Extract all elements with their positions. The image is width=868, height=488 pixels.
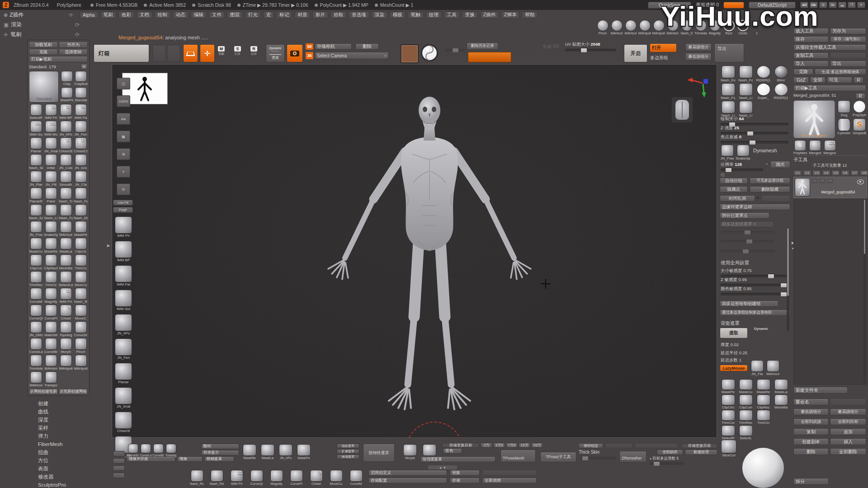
menu-item[interactable]: 宏 bbox=[263, 11, 274, 19]
subtool-list-item[interactable]: Merged_gugesuti54 bbox=[793, 177, 867, 198]
brush-subsection-item[interactable]: 修改器 bbox=[38, 473, 92, 481]
brush-item[interactable]: Clay bbox=[60, 71, 74, 87]
tool-name-slider[interactable]: Merged_gugesuti54. 51 bbox=[793, 93, 854, 99]
brush-item[interactable]: SelectLa bbox=[59, 271, 73, 287]
brush-subsection-item[interactable]: 曲线 bbox=[38, 408, 92, 416]
poly-count-button[interactable]: 2万 bbox=[481, 443, 492, 448]
tray-mini-button[interactable] bbox=[113, 451, 125, 456]
menu-item[interactable]: 纹理 bbox=[426, 11, 442, 19]
brush-item[interactable]: JN_Snal bbox=[113, 387, 134, 409]
brush-item[interactable]: JN_Pow bbox=[720, 145, 735, 161]
menu-item[interactable]: 编辑 bbox=[191, 11, 207, 19]
brush-item[interactable]: TrimCu bbox=[74, 254, 88, 271]
brush-item[interactable]: JN_Fill bbox=[44, 171, 58, 187]
refresh-icon[interactable]: ⟳ bbox=[69, 12, 73, 18]
rgb-toggle[interactable]: S幻变 bbox=[234, 46, 241, 56]
brush-item[interactable]: CurveLa bbox=[140, 444, 151, 458]
brush-item[interactable]: TrimCin bbox=[755, 410, 772, 425]
brush-item[interactable]: MAHcut bbox=[765, 360, 780, 376]
brush-item[interactable]: IMM Gui bbox=[113, 290, 134, 311]
brush-item[interactable]: 12 IMM Pri bbox=[59, 288, 73, 304]
enable-custom-button[interactable]: 启用自定义 bbox=[368, 470, 447, 476]
ui-transparency-slider[interactable]: 界面透明 0 bbox=[696, 2, 719, 8]
brush-item[interactable]: Smooth bbox=[59, 171, 73, 187]
split-button[interactable]: 拆分 bbox=[793, 478, 829, 485]
shelf-toggle-button[interactable]: 100% bbox=[117, 95, 130, 107]
brush-item[interactable]: MaskPe bbox=[720, 379, 736, 394]
brush-item[interactable]: Super_ bbox=[755, 83, 772, 100]
export-tool-button[interactable]: 导出 bbox=[830, 61, 866, 67]
brush-item[interactable]: MaskPe bbox=[74, 221, 88, 237]
brush-item[interactable]: RIDER(1 bbox=[755, 66, 772, 83]
generate-uv-label[interactable]: 生成 UV bbox=[542, 43, 559, 50]
all-to-target-button[interactable]: 全部到目标 bbox=[830, 418, 866, 425]
size-sensitivity-slider[interactable]: 大小敏感度 0.75 bbox=[721, 268, 789, 277]
hide-points-button[interactable]: 隐藏点 bbox=[720, 186, 748, 192]
bake-all-button[interactable]: 全部烘焙 bbox=[657, 450, 683, 455]
brush-subsection-item[interactable]: 扭曲 bbox=[38, 448, 92, 456]
brush-item[interactable]: 8 Chisel bbox=[307, 470, 326, 486]
brush-item[interactable]: Blinn bbox=[773, 66, 789, 83]
shelf-brush-item[interactable]: MAHcut bbox=[610, 20, 623, 36]
store-camera-button[interactable]: 存储相机 bbox=[315, 43, 352, 50]
select-camera-dropdown[interactable]: Select Camera ▾ bbox=[315, 52, 389, 59]
brush-item[interactable]: CurveM bbox=[347, 470, 365, 486]
quicksave-button[interactable]: QuickSave bbox=[648, 2, 691, 9]
brush-item[interactable]: JN_Fen bbox=[74, 121, 88, 137]
brush-item[interactable]: Topolog bbox=[165, 444, 177, 458]
brush-item[interactable]: Nash_Ex bbox=[29, 204, 43, 221]
brush-item[interactable]: MeshBa bbox=[773, 394, 789, 410]
lazymouse-button[interactable]: LazyMouse bbox=[720, 365, 748, 371]
polyframe-button[interactable]: PolyF bbox=[113, 207, 133, 213]
brush-item[interactable]: MaskRe bbox=[755, 379, 772, 394]
material-ball[interactable] bbox=[420, 43, 439, 62]
brush-item[interactable]: SelectR bbox=[720, 425, 736, 441]
dynamic-perspective-button[interactable]: Dynamic 透视 bbox=[266, 44, 285, 62]
flip-button[interactable]: 翻转 bbox=[201, 444, 239, 449]
brush-item[interactable]: Nash_Fc bbox=[720, 83, 736, 100]
brush-item[interactable]: JN_Cla bbox=[74, 171, 88, 187]
brush-item[interactable]: RIDER(1 bbox=[773, 83, 789, 100]
highest-subdiv-button[interactable]: 最高级细分 bbox=[830, 408, 866, 415]
brush-item[interactable]: MaskRe bbox=[44, 238, 58, 254]
menu-item[interactable]: 模板 bbox=[390, 11, 406, 19]
brush-item[interactable]: MAHcut bbox=[29, 371, 43, 388]
mid-scrollbar[interactable] bbox=[787, 227, 789, 331]
brush-item[interactable]: Nash_Li bbox=[720, 101, 736, 118]
brush-item[interactable]: 8 Chisel bbox=[59, 305, 73, 321]
menu-item[interactable]: 工具 bbox=[444, 11, 460, 19]
brush-item[interactable]: Chisel3l bbox=[113, 412, 134, 433]
keep-edges-button[interactable]: 保持锐边 bbox=[579, 443, 603, 448]
brush-item[interactable]: MeshBa bbox=[59, 254, 73, 271]
brush-item[interactable]: ClipCirc bbox=[720, 394, 736, 410]
append-button[interactable]: 追加 bbox=[830, 428, 866, 435]
clone-tool-button[interactable]: 克隆 bbox=[793, 69, 813, 75]
menu-item[interactable]: Z插件 bbox=[480, 11, 499, 19]
load-from-project-button[interactable]: 从项目文件载入工具 bbox=[793, 44, 866, 51]
brush-item[interactable]: JN_Pow bbox=[29, 221, 43, 237]
subtool-scrollbar[interactable] bbox=[863, 199, 866, 383]
shelf-brush-item[interactable]: Nash_S bbox=[680, 20, 693, 36]
brush-item[interactable]: Magnify bbox=[44, 288, 58, 304]
brush-item[interactable]: ClayBuil bbox=[74, 71, 88, 87]
copy-tool-button[interactable]: 复制工具 bbox=[793, 52, 829, 59]
mrgb-toggle[interactable]: M遮蔽 bbox=[218, 46, 225, 56]
brush-item[interactable]: JN_hPo bbox=[113, 314, 134, 336]
brush-item[interactable]: MaskLa bbox=[59, 238, 73, 254]
subtool-visibility-eye-icon[interactable] bbox=[857, 179, 864, 184]
brush-subsection-item[interactable]: SculptrisPro bbox=[38, 481, 92, 488]
menu-item[interactable]: 首选项 bbox=[349, 11, 369, 19]
dim-slider[interactable] bbox=[721, 240, 775, 243]
brush-item[interactable]: ClipRec bbox=[755, 394, 772, 410]
left-tray-arrow[interactable]: ▶ bbox=[107, 244, 110, 248]
poly-count-button[interactable]: 25万 bbox=[531, 443, 543, 448]
brush-item[interactable]: Morph bbox=[401, 444, 419, 460]
shelf-brush-item[interactable]: Magnify bbox=[708, 20, 722, 36]
menu-item[interactable]: 影片 bbox=[312, 11, 328, 19]
brush-item[interactable]: ClipRect bbox=[44, 254, 58, 271]
shelf-toggle-button[interactable]: ⟳ bbox=[117, 183, 130, 195]
subtool-paint-toggle[interactable] bbox=[827, 179, 833, 183]
brush-item[interactable]: Nash_Rc bbox=[188, 470, 206, 486]
subtool-view-tab[interactable]: V2 bbox=[803, 170, 811, 176]
tray-mini-button[interactable] bbox=[113, 473, 125, 478]
